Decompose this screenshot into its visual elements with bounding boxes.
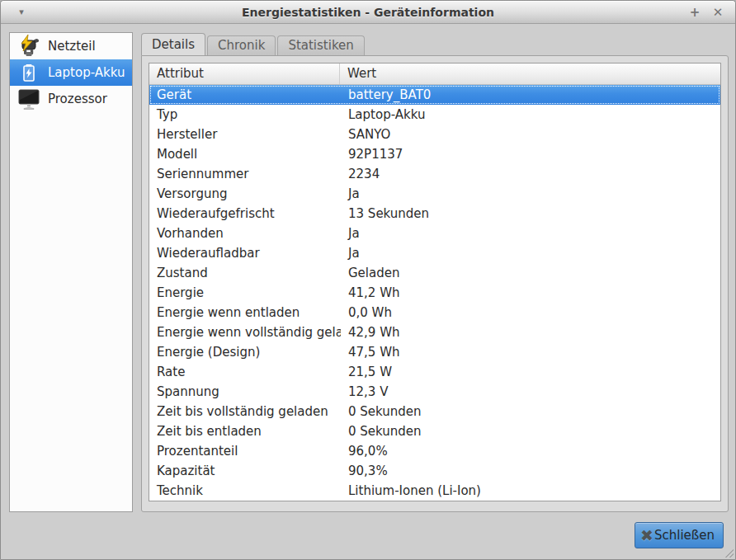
value-cell: 0 Sekunden — [341, 421, 720, 441]
attribute-cell: Zeit bis vollständig geladen — [149, 402, 341, 421]
sidebar-item-laptop-akku[interactable]: Laptop-Akku — [10, 59, 132, 86]
table-row[interactable]: Zeit bis entladen0 Sekunden — [149, 421, 720, 441]
attribute-cell: Seriennummer — [149, 164, 341, 184]
close-button[interactable]: ✖ Schließen — [635, 522, 724, 548]
value-cell: 12,3 V — [341, 382, 720, 402]
value-cell: 2234 — [341, 164, 720, 184]
close-window-icon[interactable]: ✕ — [710, 5, 725, 20]
tab-bar: DetailsChronikStatistiken — [141, 33, 366, 55]
table-row[interactable]: Zeit bis vollständig geladen0 Sekunden — [149, 402, 720, 421]
table-row[interactable]: TechnikLithium-Ionen (Li-Ion) — [149, 481, 720, 501]
attribute-cell: Rate — [149, 362, 341, 382]
sidebar-item-netzteil[interactable]: Netzteil — [10, 33, 132, 59]
value-cell: battery_BAT0 — [341, 85, 720, 105]
window: ▾ Energiestatistiken - Geräteinformation… — [0, 0, 736, 560]
attribute-cell: Energie — [149, 283, 341, 303]
table-row[interactable]: ZustandGeladen — [149, 263, 720, 283]
table-row[interactable]: TypLaptop-Akku — [149, 105, 720, 125]
column-header-attribut[interactable]: Attribut — [149, 64, 340, 84]
table-row[interactable]: Spannung12,3 V — [149, 382, 720, 402]
value-cell: 90,3% — [341, 461, 720, 481]
tab-statistiken[interactable]: Statistiken — [277, 35, 364, 55]
table-row[interactable]: Modell92P1137 — [149, 144, 720, 164]
attribute-cell: Wiederaufladbar — [149, 243, 341, 263]
attribute-cell: Energie wenn entladen — [149, 303, 341, 322]
value-cell: 0,0 Wh — [341, 303, 720, 322]
attribute-cell: Energie wenn vollständig geladen — [149, 322, 341, 342]
table-row[interactable]: HerstellerSANYO — [149, 125, 720, 144]
tab-chronik[interactable]: Chronik — [207, 35, 276, 55]
window-controls: + ✕ — [687, 1, 725, 24]
window-title: Energiestatistiken - Geräteinformation — [1, 1, 735, 24]
value-cell: 21,5 W — [341, 362, 720, 382]
table-row[interactable]: VersorgungJa — [149, 184, 720, 204]
table-row[interactable]: Energie41,2 Wh — [149, 283, 720, 303]
value-cell: 41,2 Wh — [341, 283, 720, 303]
attribute-cell: Gerät — [149, 85, 341, 105]
attribute-cell: Kapazität — [149, 461, 341, 481]
attribute-cell: Typ — [149, 105, 341, 125]
table-row[interactable]: Energie wenn vollständig geladen42,9 Wh — [149, 322, 720, 342]
table-row[interactable]: Prozentanteil96,0% — [149, 441, 720, 461]
maximize-icon[interactable]: + — [687, 5, 702, 20]
value-cell: 47,5 Wh — [341, 342, 720, 362]
notebook-panel: Attribut Wert Gerätbattery_BAT0TypLaptop… — [141, 55, 729, 512]
value-cell: Ja — [341, 184, 720, 204]
table-row[interactable]: Rate21,5 W — [149, 362, 720, 382]
attribute-cell: Modell — [149, 144, 341, 164]
table-row[interactable]: Energie wenn entladen0,0 Wh — [149, 303, 720, 322]
value-cell: SANYO — [341, 125, 720, 144]
sidebar-item-label: Netzteil — [43, 39, 96, 54]
resize-grip[interactable] — [724, 548, 734, 558]
table-row[interactable]: Seriennummer2234 — [149, 164, 720, 184]
attribute-cell: Zeit bis entladen — [149, 421, 341, 441]
column-header-wert[interactable]: Wert — [340, 64, 720, 84]
details-table: Attribut Wert Gerätbattery_BAT0TypLaptop… — [149, 63, 721, 501]
attribute-cell: Spannung — [149, 382, 341, 402]
value-cell: 96,0% — [341, 441, 720, 461]
attribute-cell: Energie (Design) — [149, 342, 341, 362]
value-cell: Lithium-Ionen (Li-Ion) — [341, 481, 720, 501]
table-row[interactable]: VorhandenJa — [149, 224, 720, 243]
value-cell: 0 Sekunden — [341, 402, 720, 421]
table-row[interactable]: Kapazität90,3% — [149, 461, 720, 481]
table-body: Gerätbattery_BAT0TypLaptop-AkkuHerstelle… — [149, 85, 720, 501]
ac-adapter-icon — [15, 34, 43, 59]
value-cell: Laptop-Akku — [341, 105, 720, 125]
close-button-x-icon: ✖ — [640, 528, 653, 544]
value-cell: 92P1137 — [341, 144, 720, 164]
value-cell: Geladen — [341, 263, 720, 283]
attribute-cell: Versorgung — [149, 184, 341, 204]
processor-icon — [15, 87, 43, 111]
sidebar-item-prozessor[interactable]: Prozessor — [10, 86, 132, 112]
sidebar-item-label: Prozessor — [43, 92, 107, 106]
table-row[interactable]: WiederaufladbarJa — [149, 243, 720, 263]
value-cell: 13 Sekunden — [341, 204, 720, 224]
attribute-cell: Hersteller — [149, 125, 341, 144]
attribute-cell: Prozentanteil — [149, 441, 341, 461]
table-row[interactable]: Gerätbattery_BAT0 — [149, 85, 720, 105]
titlebar[interactable]: ▾ Energiestatistiken - Geräteinformation… — [1, 1, 735, 24]
value-cell: Ja — [341, 243, 720, 263]
close-button-label: Schließen — [654, 528, 715, 543]
attribute-cell: Vorhanden — [149, 224, 341, 243]
device-list: NetzteilLaptop-AkkuProzessor — [9, 32, 133, 512]
table-header: Attribut Wert — [149, 64, 720, 85]
attribute-cell: Technik — [149, 481, 341, 501]
value-cell: 42,9 Wh — [341, 322, 720, 342]
sidebar-item-label: Laptop-Akku — [43, 65, 125, 80]
table-row[interactable]: Wiederaufgefrischt13 Sekunden — [149, 204, 720, 224]
value-cell: Ja — [341, 224, 720, 243]
attribute-cell: Zustand — [149, 263, 341, 283]
table-row[interactable]: Energie (Design)47,5 Wh — [149, 342, 720, 362]
battery-icon — [15, 60, 43, 85]
tab-details[interactable]: Details — [141, 33, 205, 55]
attribute-cell: Wiederaufgefrischt — [149, 204, 341, 224]
